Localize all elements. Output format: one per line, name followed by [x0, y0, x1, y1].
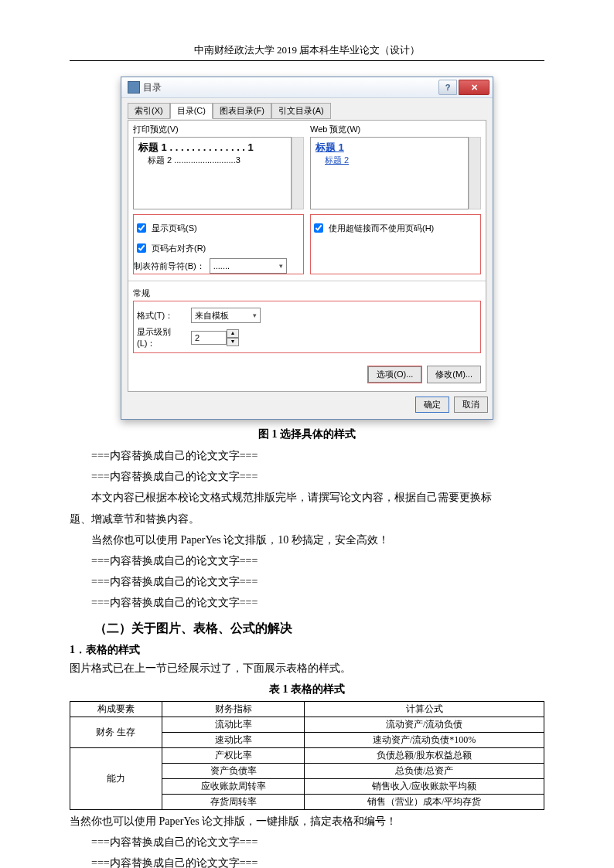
paragraph: 图片格式已在上一节已经展示过了，下面展示表格的样式。: [70, 659, 544, 678]
levels-input[interactable]: [191, 331, 227, 345]
table-cell: 销售（营业）成本/平均存货: [305, 794, 544, 809]
table-cell: 总负债/总资产: [305, 763, 544, 778]
spin-up-icon[interactable]: ▲: [227, 329, 239, 338]
paragraph: ===内容替换成自己的论文文字===: [70, 853, 544, 868]
table-cell: 应收账款周转率: [162, 778, 304, 794]
checkbox-right-align-page-numbers[interactable]: [137, 243, 146, 253]
paragraph: 题、增减章节和替换内容。: [70, 509, 544, 529]
web-preview-h2: 标题 2: [325, 155, 463, 166]
paragraph: ===内容替换成自己的论文文字===: [70, 572, 544, 591]
leader-combo[interactable]: .......: [210, 258, 287, 274]
web-preview-box: 标题 1 标题 2: [310, 137, 469, 209]
table-cell: 负债总额/股东权益总额: [305, 747, 544, 763]
paragraph: 本文内容已根据本校论文格式规范排版完毕，请撰写论文内容，根据自己需要更换标: [70, 488, 544, 507]
heading-3: 1．表格的样式: [70, 643, 544, 657]
table-header: 财务指标: [162, 701, 304, 717]
style-table: 构成要素 财务指标 计算公式 财务 生存 流动比率 流动资产/流动负债 速动比率…: [70, 701, 544, 810]
web-preview-h1: 标题 1: [316, 141, 463, 155]
heading-2: （二）关于图片、表格、公式的解决: [70, 621, 544, 637]
paragraph: ===内容替换成自己的论文文字===: [70, 593, 544, 612]
paragraph: 当然你也可以使用 PaperYes 论文排版，一键排版，搞定表格和编号！: [70, 812, 544, 831]
help-button[interactable]: ?: [438, 80, 457, 95]
spin-down-icon[interactable]: ▼: [227, 338, 239, 346]
chk-label-hyperlink: 使用超链接而不使用页码(H): [329, 223, 434, 234]
cancel-button[interactable]: 取消: [454, 397, 488, 413]
paragraph: 当然你也可以使用 PaperYes 论文排版，10 秒搞定，安全高效！: [70, 530, 544, 550]
dialog-titlebar: 目录 ? ✕: [121, 77, 493, 98]
table-cell: 速动资产/流动负债*100%: [305, 732, 544, 747]
table-row: 财务 生存 流动比率 流动资产/流动负债: [70, 717, 544, 732]
preview-h1-page: 1: [248, 141, 254, 153]
close-button[interactable]: ✕: [459, 80, 489, 95]
table-cell: 资产负债率: [162, 763, 304, 778]
checkbox-show-page-numbers[interactable]: [137, 223, 146, 233]
modify-button[interactable]: 修改(M)...: [427, 366, 481, 383]
table-cell: 流动资产/流动负债: [305, 717, 544, 732]
table-cell: 财务 生存: [70, 717, 162, 747]
preview-h2-page: 3: [236, 155, 240, 165]
web-preview-label: Web 预览(W): [310, 124, 481, 135]
table-cell: 存货周转率: [162, 794, 304, 809]
print-preview-box: 标题 1 . . . . . . . . . . . . . . 1 标题 2 …: [133, 137, 292, 209]
table-header: 计算公式: [305, 701, 544, 717]
preview-h1: 标题 1: [138, 141, 167, 153]
page-header: 中南财经政法大学 2019 届本科生毕业论文（设计）: [70, 43, 544, 61]
paragraph: ===内容替换成自己的论文文字===: [70, 446, 544, 465]
paragraph: ===内容替换成自己的论文文字===: [70, 551, 544, 570]
table-header: 构成要素: [70, 701, 162, 717]
table-cell: 销售收入/应收账款平均额: [305, 778, 544, 794]
paragraph: ===内容替换成自己的论文文字===: [70, 832, 544, 852]
dialog-title: 目录: [143, 81, 162, 94]
checkbox-use-hyperlinks[interactable]: [314, 223, 323, 233]
figure-caption: 图 1 选择具体的样式: [70, 427, 544, 441]
toc-dialog: 目录 ? ✕ 索引(X) 目录(C) 图表目录(F) 引文目录(A) 打印预览(…: [121, 77, 493, 420]
scrollbar-icon[interactable]: [469, 137, 481, 209]
table-cell: 流动比率: [162, 717, 304, 732]
chk-label-align: 页码右对齐(R): [152, 243, 206, 254]
scrollbar-icon[interactable]: [292, 137, 304, 209]
options-button[interactable]: 选项(O)...: [368, 366, 421, 383]
tab-index[interactable]: 索引(X): [128, 103, 170, 119]
ok-button[interactable]: 确定: [415, 397, 449, 413]
dialog-icon: [128, 81, 140, 94]
table-caption: 表 1 表格的样式: [70, 682, 544, 696]
table-cell: 速动比率: [162, 732, 304, 747]
table-cell: 产权比率: [162, 747, 304, 763]
tab-toc[interactable]: 目录(C): [170, 103, 213, 119]
print-preview-label: 打印预览(V): [133, 124, 304, 135]
table-cell: 能力: [70, 747, 162, 809]
dialog-tabs: 索引(X) 目录(C) 图表目录(F) 引文目录(A): [128, 103, 486, 119]
format-label: 格式(T)：: [137, 310, 186, 322]
paragraph: ===内容替换成自己的论文文字===: [70, 467, 544, 486]
tab-citations[interactable]: 引文目录(A): [271, 103, 331, 119]
table-row: 能力 产权比率 负债总额/股东权益总额: [70, 747, 544, 763]
general-legend: 常规: [133, 288, 150, 299]
leader-label: 制表符前导符(B)：: [134, 260, 205, 272]
tab-figures[interactable]: 图表目录(F): [213, 103, 271, 119]
format-combo[interactable]: 来自模板: [191, 308, 261, 323]
preview-h2: 标题 2: [148, 155, 172, 165]
show-levels-label: 显示级别(L)：: [137, 326, 186, 349]
chk-label-pagenum: 显示页码(S): [152, 223, 197, 234]
